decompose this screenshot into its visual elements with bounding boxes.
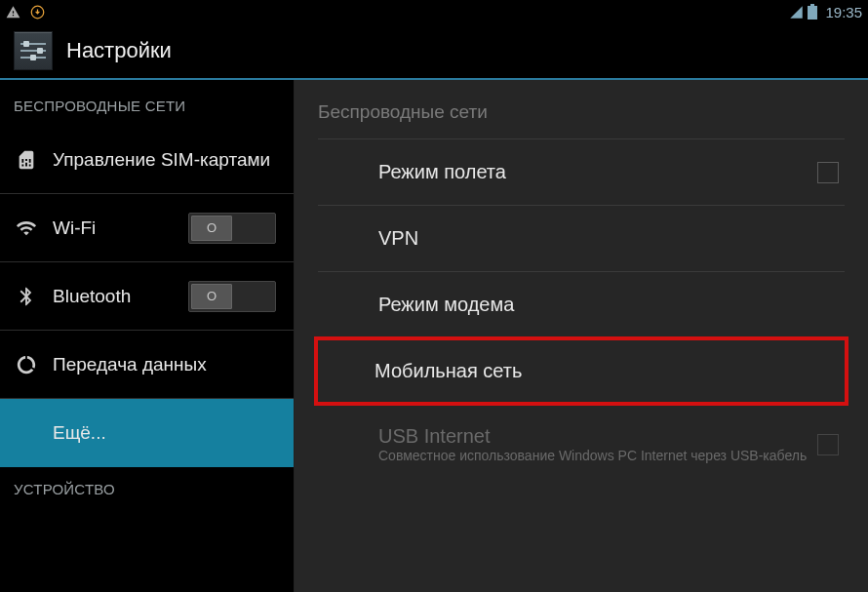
sidebar-item-sim[interactable]: Управление SIM-картами (0, 126, 294, 194)
svg-rect-2 (810, 4, 814, 6)
sidebar-item-label: Ещё... (53, 422, 106, 444)
content-item-label: Режим полета (378, 161, 506, 183)
airplane-checkbox[interactable] (817, 162, 839, 183)
bluetooth-toggle[interactable]: O (188, 281, 276, 312)
content-header: Беспроводные сети (318, 80, 845, 139)
wifi-icon (14, 217, 39, 239)
sidebar-item-data-usage[interactable]: Передача данных (0, 331, 294, 399)
data-usage-icon (14, 354, 39, 375)
status-bar: 19:35 (0, 0, 868, 23)
signal-icon (789, 5, 804, 20)
settings-content: Беспроводные сети Режим полета VPN Режим… (295, 80, 868, 592)
app-header: Настройки (0, 23, 868, 80)
content-item-subtitle: Совместное использование Windows PC Inte… (378, 448, 807, 463)
sidebar-item-label: Управление SIM-картами (53, 149, 270, 171)
section-wireless: БЕСПРОВОДНЫЕ СЕТИ (0, 80, 294, 126)
content-item-usb-internet: USB Internet Совместное использование Wi… (318, 404, 845, 485)
content-item-label: Мобильная сеть (375, 360, 522, 382)
settings-icon (14, 31, 53, 70)
section-device: УСТРОЙСТВО (0, 467, 294, 509)
page-title: Настройки (66, 38, 172, 63)
bluetooth-icon (14, 286, 39, 307)
settings-sidebar: БЕСПРОВОДНЫЕ СЕТИ Управление SIM-картами… (0, 80, 295, 592)
content-item-airplane[interactable]: Режим полета (318, 139, 845, 206)
sidebar-item-bluetooth[interactable]: Bluetooth O (0, 262, 294, 331)
warning-icon (6, 5, 20, 20)
content-item-mobile-network[interactable]: Мобильная сеть (314, 336, 848, 406)
battery-icon (808, 4, 817, 20)
content-item-label: VPN (378, 227, 418, 250)
sidebar-item-label: Wi-Fi (53, 217, 96, 239)
sidebar-item-more[interactable]: Ещё... (0, 399, 294, 467)
svg-rect-1 (808, 6, 817, 20)
usb-checkbox (817, 434, 839, 455)
content-item-vpn[interactable]: VPN (318, 206, 845, 272)
wifi-toggle[interactable]: O (188, 213, 276, 244)
download-icon (30, 5, 45, 20)
sidebar-item-wifi[interactable]: Wi-Fi O (0, 194, 294, 262)
content-item-label: Режим модема (378, 294, 514, 316)
sidebar-item-label: Bluetooth (53, 286, 131, 307)
sidebar-item-label: Передача данных (53, 354, 207, 375)
clock-time: 19:35 (825, 4, 862, 20)
sim-icon (14, 149, 39, 171)
content-item-label: USB Internet (378, 425, 807, 448)
content-item-tethering[interactable]: Режим модема (318, 272, 845, 338)
